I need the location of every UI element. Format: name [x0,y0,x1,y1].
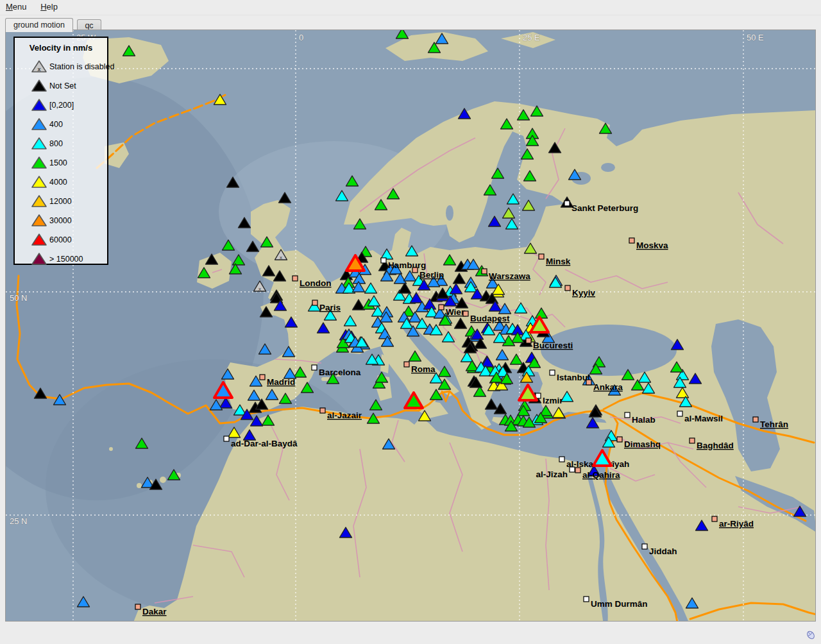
city-label: Madrid [267,377,295,387]
city-marker [312,300,317,305]
city-label: Paris [319,303,341,312]
city-label: Baghdâd [697,441,734,450]
city-label: Halab [632,415,656,425]
legend-label: > 150000 [49,255,83,264]
city-marker [629,238,634,243]
legend-entry: 12000 [15,193,107,210]
city-label: al-Mawsil [684,414,723,423]
legend-entry: 30000 [15,212,107,229]
application-window: Menu Help ground motion qc [0,0,821,644]
mouse-icon [804,629,817,641]
legend-entry: 60000 [15,232,107,248]
legend-title: Velocity in nm/s [15,43,107,53]
city-marker [584,597,589,602]
city-label: Izmir [543,396,563,405]
legend-label: 400 [49,120,63,129]
legend-triangle-icon [32,119,46,130]
city-label: al-Jîzah [536,470,568,479]
city-label: Kyyiv [572,288,596,298]
disabled-x-mark: x [37,66,40,72]
city-marker [526,338,531,343]
legend-entry: Not Set [15,78,107,94]
city-label: London [300,278,331,288]
city-marker [463,311,468,316]
legend-triangle-icon [32,138,46,149]
disabled-x-mark: x [280,255,282,260]
legend-label: Station is disabled [49,62,114,71]
tab-bar: ground motion qc [5,18,103,30]
legend-triangle-icon [32,196,46,207]
grid-label-longitude: 25 E [523,33,540,42]
legend-triangle-icon [32,157,46,168]
city-label: Warszawa [489,271,530,281]
grid-label-latitude: 25 N [10,516,27,526]
city-label: Roma [411,364,436,374]
city-marker [412,267,418,273]
map-canvas[interactable]: 25 W025 E50 E50 N25 N xx LondonParisHamb… [5,30,816,622]
legend-label: 4000 [49,178,67,187]
menu-bar: Menu Help [0,0,821,15]
city-marker [260,375,265,380]
city-marker [312,365,317,370]
city-label: Bucuresti [533,341,573,350]
legend-label: [0,200] [49,101,74,110]
legend-entry: 800 [15,135,107,152]
city-marker [320,408,325,413]
city-label: ar-Riyâd [719,519,754,529]
city-marker [135,604,140,609]
city-label: Ankara [593,382,623,392]
legend-label: 30000 [49,216,72,225]
city-marker [439,305,444,310]
legend-triangle-icon [32,253,46,264]
disabled-x-mark: x [258,286,261,292]
legend-entry: xStation is disabled [15,58,107,75]
legend-triangle-icon [32,80,46,91]
city-label: Umm Durmân [591,599,648,609]
city-marker [381,258,386,263]
city-label: al-Jazair [327,411,362,420]
legend-entry: 4000 [15,174,107,191]
help-menu-button[interactable]: Help [35,0,63,14]
city-label: Istanbul [557,373,590,382]
city-label: Budapest [470,314,510,323]
legend-entry: [0,200] [15,97,107,114]
legend-entry: 400 [15,116,107,133]
legend-label: 800 [49,139,63,148]
city-marker [575,468,580,473]
city-marker [617,437,622,442]
city-marker [642,544,647,549]
city-label: Tehrân [760,419,788,429]
tab-ground-motion[interactable]: ground motion [5,18,73,32]
city-marker [677,411,682,416]
city-label: Moskva [636,241,668,250]
legend-label: 60000 [49,235,72,244]
city-marker [564,201,570,206]
legend-triangle-icon [32,176,46,187]
city-marker [712,516,717,521]
city-label: Hamburg [388,260,426,270]
city-marker [570,467,575,472]
legend-triangle-icon [32,99,46,110]
city-label: Jiddah [649,547,677,556]
grid-label-longitude: 0 [299,33,303,42]
city-marker [482,269,487,274]
city-marker [292,276,298,281]
map-legend: Velocity in nm/s xStation is disabledNot… [13,37,108,265]
legend-label: Not Set [49,81,76,90]
legend-triangle-icon [32,215,46,226]
city-marker [404,362,409,367]
legend-entry: > 150000 [15,251,107,267]
city-marker [690,438,695,443]
city-marker [559,457,564,462]
city-label: Sankt Peterburg [571,203,638,213]
legend-entry: 1500 [15,155,107,171]
city-label: al-Qahira [582,470,620,480]
city-marker [625,412,630,418]
grid-label-longitude: 50 E [747,33,764,42]
legend-label: 12000 [49,197,72,206]
city-marker [539,254,544,259]
city-label: Dimashq [624,439,661,449]
menu-button[interactable]: Menu [0,0,33,14]
city-marker [565,285,570,291]
city-marker [753,417,758,422]
